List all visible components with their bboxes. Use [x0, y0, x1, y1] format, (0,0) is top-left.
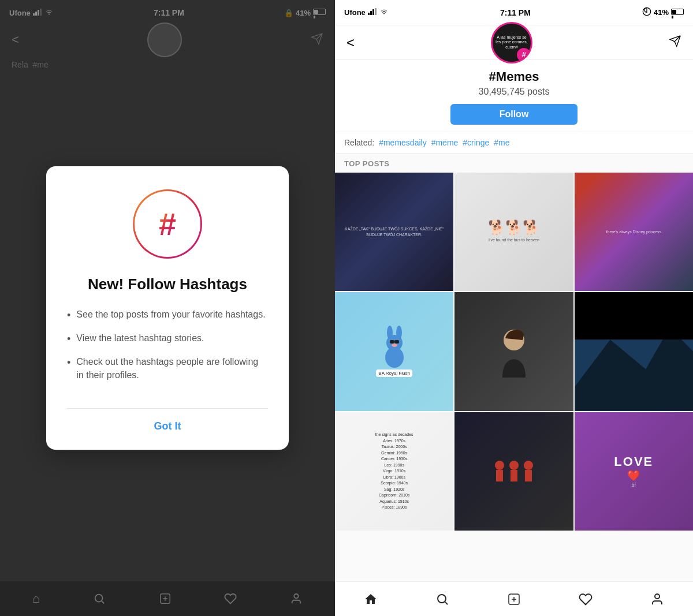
right-send-button[interactable] — [669, 35, 681, 50]
related-label: Related: — [344, 138, 374, 147]
hashtag-symbol: # — [159, 208, 176, 240]
related-tag-2[interactable]: #meme — [431, 138, 459, 147]
right-add-icon[interactable] — [507, 592, 521, 606]
hashtag-badge: # — [517, 48, 531, 62]
svg-rect-22 — [394, 340, 399, 344]
post-3[interactable]: there's always Disney princess — [575, 173, 693, 291]
modal-feature-2: • View the latest hashtag stories. — [67, 332, 268, 346]
svg-point-32 — [524, 461, 533, 470]
right-signal-icon — [368, 8, 377, 17]
related-tag-1[interactable]: #memesdaily — [379, 138, 426, 147]
right-back-button[interactable]: < — [346, 35, 355, 51]
svg-rect-29 — [496, 470, 503, 481]
feature-text-3: Check out the hashtags people are follow… — [76, 356, 268, 382]
svg-rect-11 — [375, 8, 377, 15]
right-search-icon[interactable] — [435, 592, 449, 606]
bullet-2: • — [67, 332, 70, 346]
top-posts-header: TOP POSTS — [335, 154, 693, 173]
related-tag-3[interactable]: #cringe — [463, 138, 489, 147]
post-3-inner: there's always Disney princess — [575, 173, 693, 291]
profile-section: #Memes 30,495,745 posts Follow — [335, 60, 693, 132]
post-4[interactable]: BA Royal Flush — [335, 292, 453, 410]
svg-point-30 — [509, 461, 519, 470]
post-5-inner — [454, 292, 573, 410]
profile-name: #Memes — [489, 69, 539, 84]
related-bar: Related: #memesdaily #meme #cringe #me — [335, 132, 693, 154]
right-time: 7:11 PM — [500, 8, 531, 17]
modal-divider — [67, 408, 268, 409]
svg-point-34 — [438, 595, 446, 603]
feature-text-2: View the latest hashtag stories. — [76, 332, 204, 345]
modal-title: New! Follow Hashtags — [88, 275, 247, 294]
bullet-1: • — [67, 308, 70, 323]
modal-card: # New! Follow Hashtags • See the top pos… — [46, 166, 289, 450]
svg-rect-33 — [525, 470, 532, 481]
svg-rect-27 — [575, 292, 693, 339]
post-6-inner — [575, 292, 693, 410]
post-1-inner: KAŻDE „TAK" BUDUJE TWÓJ SUKCES, KAŻDE „N… — [335, 173, 453, 291]
related-tag-4[interactable]: #me — [494, 138, 509, 147]
svg-point-36 — [655, 594, 660, 599]
svg-rect-9 — [370, 11, 372, 15]
hashtag-icon-circle: # — [133, 189, 202, 259]
svg-point-12 — [383, 13, 385, 14]
modal-overlay: # New! Follow Hashtags • See the top pos… — [0, 0, 335, 616]
left-panel: Ufone 7:11 PM 🔒 41% — [0, 0, 335, 616]
post-9-inner: LOVE ❤️ bf — [575, 412, 693, 531]
right-carrier: Ufone — [344, 8, 366, 17]
right-status-left: Ufone — [344, 8, 389, 17]
feature-text-1: See the top posts from your favorite has… — [76, 308, 265, 321]
right-panel: Ufone 7:11 PM — [335, 0, 693, 616]
right-status-right: 41% — [642, 7, 684, 18]
svg-point-28 — [495, 461, 504, 470]
right-heart-icon[interactable] — [579, 592, 593, 606]
svg-point-17 — [396, 326, 402, 339]
post-8-inner — [454, 412, 573, 531]
modal-feature-1: • See the top posts from your favorite h… — [67, 308, 268, 323]
post-7-inner: the signs as decadesAries: 1970sTaurus: … — [335, 412, 453, 531]
right-bottom-nav — [335, 581, 693, 616]
post-5[interactable] — [454, 292, 573, 410]
post-9[interactable]: LOVE ❤️ bf — [575, 412, 693, 531]
svg-rect-10 — [372, 9, 374, 15]
post-6[interactable] — [575, 292, 693, 410]
right-battery-pct: 41% — [654, 8, 669, 17]
post-1[interactable]: KAŻDE „TAK" BUDUJE TWÓJ SUKCES, KAŻDE „N… — [335, 173, 453, 291]
svg-rect-21 — [390, 340, 394, 344]
svg-point-20 — [392, 344, 397, 347]
post-4-inner: BA Royal Flush — [335, 292, 453, 410]
svg-point-16 — [387, 326, 393, 339]
right-location-icon — [642, 7, 651, 18]
top-posts-section: TOP POSTS KAŻDE „TAK" BUDUJE TWÓJ SUKCES… — [335, 154, 693, 581]
post-7[interactable]: the signs as decadesAries: 1970sTaurus: … — [335, 412, 453, 531]
post-8[interactable] — [454, 412, 573, 531]
right-profile-icon[interactable] — [650, 592, 664, 606]
post-2[interactable]: 🐕🐕🐕 I've found the bus to heaven — [454, 173, 573, 291]
bullet-3: • — [67, 356, 70, 370]
got-it-button[interactable]: Got It — [154, 420, 181, 432]
modal-features: • See the top posts from your favorite h… — [67, 308, 268, 391]
right-home-icon[interactable] — [364, 592, 378, 606]
right-battery-icon — [671, 7, 684, 18]
right-wifi-icon — [379, 8, 389, 17]
follow-button[interactable]: Follow — [450, 104, 578, 125]
profile-posts-count: 30,495,745 posts — [479, 87, 550, 97]
modal-feature-3: • Check out the hashtags people are foll… — [67, 356, 268, 382]
right-nav-bar: < A las mujeres se les pone coronas, cue… — [335, 25, 693, 60]
right-nav-avatar: A las mujeres se les pone coronas, cuern… — [491, 22, 532, 64]
posts-grid: KAŻDE „TAK" BUDUJE TWÓJ SUKCES, KAŻDE „N… — [335, 173, 693, 531]
svg-rect-31 — [511, 470, 517, 481]
post-2-inner: 🐕🐕🐕 I've found the bus to heaven — [454, 173, 573, 291]
svg-rect-8 — [368, 13, 370, 15]
